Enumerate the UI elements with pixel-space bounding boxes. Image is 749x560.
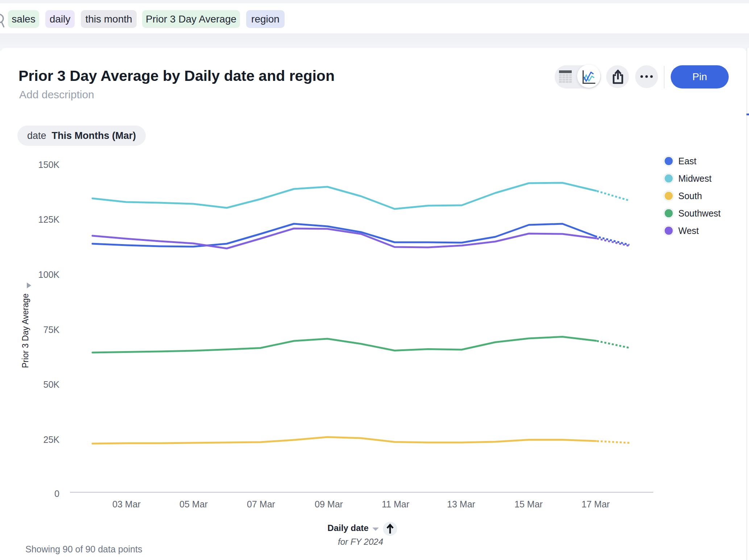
svg-text:East: East bbox=[678, 156, 696, 166]
svg-text:75K: 75K bbox=[44, 325, 60, 335]
svg-text:150K: 150K bbox=[38, 160, 60, 170]
svg-text:11 Mar: 11 Mar bbox=[382, 499, 409, 509]
svg-text:15 Mar: 15 Mar bbox=[514, 499, 543, 509]
svg-text:Prior 3 Day Average: Prior 3 Day Average bbox=[21, 293, 30, 368]
svg-text:17 Mar: 17 Mar bbox=[582, 499, 610, 509]
svg-text:05 Mar: 05 Mar bbox=[179, 499, 208, 509]
svg-text:West: West bbox=[678, 226, 699, 236]
svg-text:07 Mar: 07 Mar bbox=[247, 499, 275, 509]
svg-text:03 Mar: 03 Mar bbox=[112, 499, 141, 509]
svg-text:Midwest: Midwest bbox=[678, 173, 712, 184]
svg-text:for FY 2024: for FY 2024 bbox=[338, 537, 383, 547]
svg-text:100K: 100K bbox=[38, 269, 60, 280]
svg-text:09 Mar: 09 Mar bbox=[315, 499, 343, 509]
svg-text:Southwest: Southwest bbox=[678, 208, 721, 218]
svg-text:South: South bbox=[678, 191, 702, 201]
svg-text:Daily date: Daily date bbox=[327, 523, 368, 533]
svg-text:0: 0 bbox=[54, 489, 59, 499]
svg-text:50K: 50K bbox=[44, 379, 60, 390]
svg-text:Showing 90 of 90 data points: Showing 90 of 90 data points bbox=[25, 544, 142, 554]
svg-text:13 Mar: 13 Mar bbox=[447, 499, 475, 509]
svg-text:125K: 125K bbox=[38, 214, 60, 225]
svg-text:25K: 25K bbox=[44, 435, 60, 445]
